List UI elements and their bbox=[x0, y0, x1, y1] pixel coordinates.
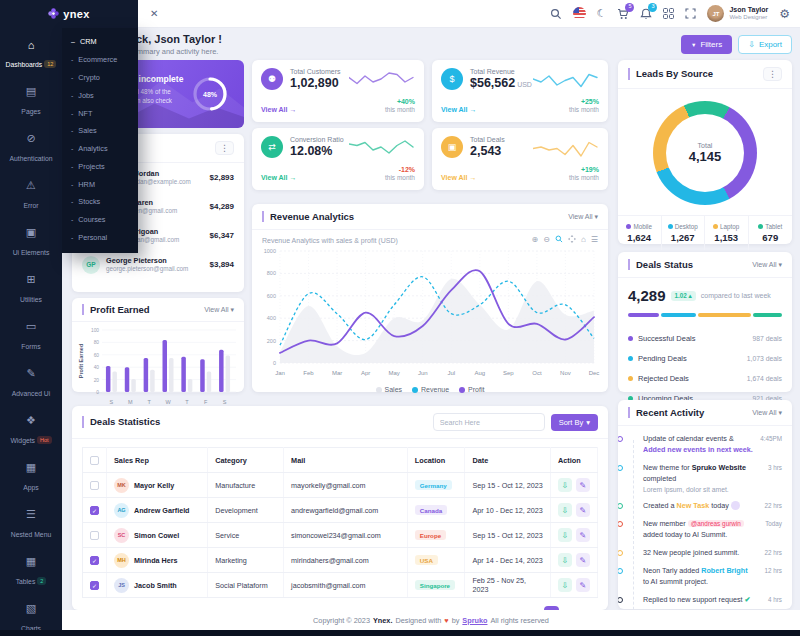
chart-menu-icon[interactable]: ☰ bbox=[591, 236, 598, 244]
activity-text-part[interactable]: Robert Bright bbox=[701, 566, 747, 575]
sidebar-item-nested-menu[interactable]: ☰Nested Menu bbox=[0, 501, 62, 548]
submenu-item-label: Projects bbox=[78, 162, 104, 171]
cell-action: ⇩✎ bbox=[550, 548, 597, 573]
settings-gear-icon[interactable]: ⚙ bbox=[779, 8, 790, 20]
edit-icon[interactable]: ✎ bbox=[576, 503, 590, 517]
stat-view-all-link[interactable]: View All → bbox=[261, 106, 296, 113]
search-input[interactable] bbox=[433, 413, 545, 431]
apps-grid-icon[interactable] bbox=[663, 8, 674, 19]
edit-icon[interactable]: ✎ bbox=[576, 528, 590, 542]
close-menu-icon[interactable]: ✕ bbox=[150, 8, 158, 19]
stat-unit: USD bbox=[515, 81, 532, 88]
export-button[interactable]: ⇩ Export bbox=[738, 35, 792, 54]
svg-text:0: 0 bbox=[273, 360, 276, 366]
top-deals-menu-icon[interactable]: ⋮ bbox=[215, 141, 234, 155]
sidebar-item-advanced-ui[interactable]: ✎Advanced Ui bbox=[0, 360, 62, 407]
sidebar-item-authentication[interactable]: ⊘Authentication bbox=[0, 125, 62, 172]
submenu-item-stocks[interactable]: ‐Stocks bbox=[62, 193, 138, 211]
location-badge: Europe bbox=[415, 530, 446, 540]
row-checkbox[interactable] bbox=[90, 481, 99, 490]
legend-item-revenue[interactable]: Revenue bbox=[412, 386, 449, 393]
download-icon[interactable]: ⇩ bbox=[558, 578, 572, 592]
pen-icon: ✎ bbox=[2, 367, 60, 380]
submenu-item-courses[interactable]: ‐Courses bbox=[62, 211, 138, 229]
activity-item[interactable]: 32 New people joined summit.22 hrs bbox=[630, 548, 782, 559]
submenu-item-hrm[interactable]: ‐HRM bbox=[62, 175, 138, 193]
sidebar-item-error[interactable]: ⚠Error bbox=[0, 172, 62, 219]
sort-by-button[interactable]: Sort By▾ bbox=[551, 414, 598, 431]
submenu-item-jobs[interactable]: ‐Jobs bbox=[62, 86, 138, 104]
sidebar-item-dashboards[interactable]: ⌂Dashboards12 bbox=[0, 32, 62, 78]
activity-item[interactable]: Update of calendar events & Added new ev… bbox=[630, 434, 782, 456]
row-checkbox[interactable]: ✓ bbox=[90, 581, 99, 590]
sidebar-item-ui-elements[interactable]: ▣Ui Elements bbox=[0, 219, 62, 266]
leads-menu-icon[interactable]: ⋮ bbox=[763, 67, 782, 81]
theme-moon-icon[interactable]: ☾ bbox=[597, 8, 607, 19]
edit-icon[interactable]: ✎ bbox=[576, 553, 590, 567]
activity-item[interactable]: Replied to new support request ✔4 hrs bbox=[630, 595, 782, 606]
row-checkbox[interactable]: ✓ bbox=[90, 556, 99, 565]
svg-text:T: T bbox=[185, 399, 189, 405]
edit-icon[interactable]: ✎ bbox=[576, 478, 590, 492]
activity-item[interactable]: Neon Tarly added Robert Bright to AI sum… bbox=[630, 566, 782, 588]
submenu-item-nft[interactable]: ‐NFT bbox=[62, 104, 138, 122]
cart-icon[interactable]: 5 bbox=[617, 8, 629, 20]
sidebar-item-utilities[interactable]: ⊞Utilities bbox=[0, 266, 62, 313]
download-icon[interactable]: ⇩ bbox=[558, 503, 572, 517]
download-icon[interactable]: ⇩ bbox=[558, 528, 572, 542]
legend-item-profit[interactable]: Profit bbox=[459, 386, 484, 393]
submenu-item-personal[interactable]: ‐Personal bbox=[62, 229, 138, 247]
submenu-item-ecommerce[interactable]: ‐Ecommerce bbox=[62, 51, 138, 69]
notifications-bell-icon[interactable]: 3 bbox=[640, 8, 652, 20]
selection-zoom-icon[interactable] bbox=[555, 235, 563, 245]
submenu-item-label: Jobs bbox=[78, 91, 93, 100]
legend-item-sales[interactable]: Sales bbox=[376, 386, 403, 393]
app-logo[interactable]: ynex bbox=[0, 0, 138, 28]
submenu-item-projects[interactable]: ‐Projects bbox=[62, 157, 138, 175]
edit-icon[interactable]: ✎ bbox=[576, 578, 590, 592]
table-icon: ▦ bbox=[2, 555, 60, 568]
stat-view-all-link[interactable]: View All → bbox=[441, 106, 476, 113]
activity-item[interactable]: Created a New Task today 22 hrs bbox=[630, 501, 782, 512]
pan-icon[interactable] bbox=[568, 235, 576, 245]
activity-item[interactable]: New theme for Spruko Website completedLo… bbox=[630, 463, 782, 493]
revenue-analytics-view-all[interactable]: View All ▾ bbox=[568, 213, 598, 221]
submenu-item-sales[interactable]: ‐Sales bbox=[62, 122, 138, 140]
language-flag-icon[interactable] bbox=[573, 7, 586, 20]
activity-item[interactable]: New member @andreas gurwin added today t… bbox=[630, 519, 782, 541]
submenu-item-crm[interactable]: –CRM bbox=[62, 33, 138, 51]
profit-earned-view-all[interactable]: View All ▾ bbox=[204, 306, 234, 314]
fullscreen-icon[interactable] bbox=[685, 8, 696, 19]
sidebar-item-tables[interactable]: ▦Tables2 bbox=[0, 548, 62, 595]
select-all-checkbox[interactable] bbox=[90, 456, 99, 465]
sidebar-item-pages[interactable]: ▤Pages bbox=[0, 78, 62, 125]
notifications-badge: 3 bbox=[648, 3, 657, 12]
stat-view-all-link[interactable]: View All → bbox=[261, 174, 296, 181]
sidebar-item-label: Error bbox=[23, 202, 38, 209]
search-icon[interactable] bbox=[550, 8, 562, 20]
download-icon[interactable]: ⇩ bbox=[558, 478, 572, 492]
submenu-item-analytics[interactable]: ‐Analytics bbox=[62, 140, 138, 158]
stat-view-all-link[interactable]: View All → bbox=[441, 174, 476, 181]
sidebar-item-charts[interactable]: ▧Charts bbox=[0, 595, 62, 630]
sidebar-item-apps[interactable]: ▦Apps bbox=[0, 454, 62, 501]
activity-text-part[interactable]: Added new events in next week. bbox=[643, 445, 753, 454]
reset-home-icon[interactable]: ⌂ bbox=[581, 236, 586, 244]
zoom-out-icon[interactable]: ⊖ bbox=[543, 236, 550, 244]
submenu-item-crypto[interactable]: ‐Crypto bbox=[62, 69, 138, 87]
user-profile[interactable]: JT Json Taylor Web Designer bbox=[707, 5, 768, 22]
cell-sales-rep: SCSimon Cowel bbox=[107, 523, 208, 548]
row-checkbox[interactable] bbox=[90, 531, 99, 540]
list-item[interactable]: GPGeorge Pietersongeorge.pieterson@gmail… bbox=[72, 250, 244, 279]
download-icon[interactable]: ⇩ bbox=[558, 553, 572, 567]
filters-button[interactable]: ▼ Filters bbox=[681, 35, 732, 54]
sidebar-item-widgets[interactable]: ❖WidgetsHot bbox=[0, 407, 62, 454]
sidebar-item-forms[interactable]: ▭Forms bbox=[0, 313, 62, 360]
footer-author-link[interactable]: Spruko bbox=[462, 616, 487, 625]
recent-activity-view-all[interactable]: View All ▾ bbox=[752, 409, 782, 417]
submenu-item-label: Stocks bbox=[78, 197, 100, 206]
location-badge: Germany bbox=[415, 480, 452, 490]
zoom-in-icon[interactable]: ⊕ bbox=[532, 236, 539, 244]
deals-status-view-all[interactable]: View All ▾ bbox=[752, 261, 782, 269]
row-checkbox[interactable]: ✓ bbox=[90, 506, 99, 515]
